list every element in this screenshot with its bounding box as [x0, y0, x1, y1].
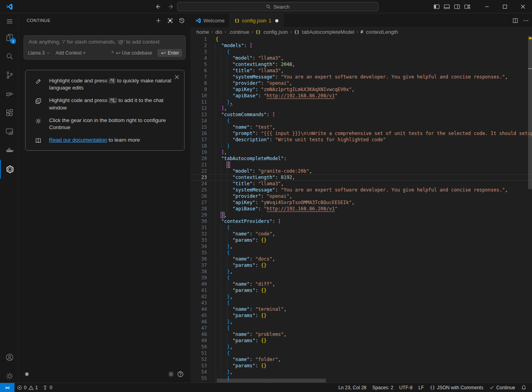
- code-line-31[interactable]: 31 {: [190, 224, 532, 231]
- scrollbar-thumb[interactable]: [528, 36, 532, 189]
- chat-input[interactable]: Ask anything, '/' for slash commands, '@…: [24, 35, 186, 60]
- notifications-bell-icon[interactable]: [519, 383, 528, 392]
- code-line-46[interactable]: 46 },: [190, 319, 532, 325]
- code-line-19[interactable]: 19 ],: [190, 149, 532, 155]
- code-line-29[interactable]: 29 },: [190, 212, 532, 218]
- code-line-25[interactable]: 25 "systemMessage": "You are an expert s…: [190, 187, 532, 193]
- sidebar-item-source-control[interactable]: [0, 66, 19, 84]
- code-line-30[interactable]: 30 "contextProviders": [: [190, 218, 532, 224]
- breadcrumb-item[interactable]: .continue: [229, 29, 249, 35]
- customize-layout-icon[interactable]: [462, 2, 472, 12]
- code-line-37[interactable]: 37 "params": {}: [190, 262, 532, 268]
- vertical-scrollbar[interactable]: [528, 36, 532, 383]
- code-line-9[interactable]: 9 "apiKey": "zmNAz1prtgILmkX3KAqXNIvwcqE…: [190, 86, 532, 93]
- menu-hamburger-icon[interactable]: [0, 14, 19, 28]
- code-line-48[interactable]: 48 "name": "problems",: [190, 331, 532, 337]
- code-line-33[interactable]: 33 "params": {}: [190, 237, 532, 243]
- code-line-14[interactable]: 14 {: [190, 118, 532, 124]
- code-line-11[interactable]: 11 },: [190, 99, 532, 105]
- code-line-32[interactable]: 32 "name": "code",: [190, 231, 532, 237]
- toggle-secondary-sidebar-icon[interactable]: [452, 2, 462, 12]
- code-line-42[interactable]: 42 },: [190, 294, 532, 300]
- code-line-15[interactable]: 15 "name": "test",: [190, 124, 532, 130]
- code-line-53[interactable]: 53 "params": {}: [190, 363, 532, 369]
- minimize-button[interactable]: [478, 0, 496, 13]
- code-line-34[interactable]: 34 },: [190, 243, 532, 250]
- code-line-26[interactable]: 26 "provider": "openai",: [190, 193, 532, 199]
- code-line-16[interactable]: 16 "prompt": "{{{ input }}}\n\nWrite a c…: [190, 130, 532, 137]
- accounts-icon[interactable]: [0, 348, 19, 366]
- sidebar-item-run-debug[interactable]: [0, 84, 19, 103]
- add-context-button[interactable]: Add Context +: [56, 50, 86, 56]
- code-line-2[interactable]: 2 "models": [: [190, 42, 532, 49]
- code-line-36[interactable]: 36 "name": "docs",: [190, 256, 532, 262]
- horizontal-scrollbar[interactable]: [190, 379, 528, 383]
- code-line-44[interactable]: 44 "name": "terminal",: [190, 306, 532, 312]
- documentation-link[interactable]: Read our documentation: [49, 137, 107, 143]
- configure-gear-icon[interactable]: [166, 369, 176, 379]
- code-line-3[interactable]: 3 {: [190, 49, 532, 55]
- code-line-38[interactable]: 38 },: [190, 268, 532, 275]
- code-line-17[interactable]: 17 "description": "Write unit tests for …: [190, 137, 532, 143]
- sidebar-item-extensions[interactable]: [0, 103, 19, 122]
- code-line-22[interactable]: 22 "model": "granite-code:20b",: [190, 168, 532, 174]
- code-line-40[interactable]: 40 "name": "diff",: [190, 281, 532, 287]
- fullscreen-frame-icon[interactable]: [166, 16, 174, 24]
- code-line-12[interactable]: 12 ],: [190, 105, 532, 111]
- code-line-1[interactable]: 1{: [190, 36, 532, 42]
- language-mode[interactable]: {} JSON with Comments: [428, 383, 485, 392]
- search-input[interactable]: Search: [177, 2, 378, 11]
- problems-indicator[interactable]: 0 1: [15, 383, 40, 392]
- code-line-51[interactable]: 51 {: [190, 350, 532, 356]
- sidebar-item-docker[interactable]: [0, 141, 19, 160]
- continue-extension-status[interactable]: Continue: [488, 383, 517, 392]
- code-line-47[interactable]: 47 {: [190, 325, 532, 331]
- code-line-7[interactable]: 7 "systemMessage": "You are an expert so…: [190, 74, 532, 80]
- sidebar-item-remote-explorer[interactable]: [0, 122, 19, 141]
- code-line-20[interactable]: 20 "tabAutocompleteModel":: [190, 155, 532, 162]
- code-line-39[interactable]: 39 {: [190, 275, 532, 281]
- dirty-indicator-dot[interactable]: [275, 19, 278, 22]
- code-line-6[interactable]: 6 "title": "llama3",: [190, 67, 532, 74]
- close-window-button[interactable]: [514, 0, 532, 13]
- split-editor-icon[interactable]: [512, 18, 518, 24]
- breadcrumb-item[interactable]: contextLength: [366, 29, 398, 35]
- close-icon[interactable]: [173, 73, 180, 80]
- code-line-10[interactable]: 10 "apiBase": "http://192.168.86.208/v1": [190, 93, 532, 99]
- cursor-position[interactable]: Ln 23, Col 28: [337, 383, 368, 392]
- breadcrumb-item[interactable]: dio: [216, 29, 222, 35]
- maximize-button[interactable]: [496, 0, 514, 13]
- encoding[interactable]: UTF-8: [398, 383, 414, 392]
- code-line-49[interactable]: 49 "params": {}: [190, 337, 532, 344]
- code-line-13[interactable]: 13 "customCommands": [: [190, 111, 532, 118]
- code-line-24[interactable]: 24 "title": "llama3",: [190, 181, 532, 187]
- ports-indicator[interactable]: 0: [40, 383, 55, 392]
- use-codebase-hint[interactable]: ^ Use codebase: [112, 50, 152, 56]
- toggle-primary-sidebar-icon[interactable]: [431, 2, 442, 12]
- tab-welcome[interactable]: Welcome: [190, 13, 230, 27]
- code-line-50[interactable]: 50 },: [190, 344, 532, 350]
- code-line-4[interactable]: 4 "model": "llama3",: [190, 55, 532, 61]
- breadcrumb-item[interactable]: home: [196, 29, 209, 35]
- code-line-54[interactable]: 54 },: [190, 369, 532, 375]
- remote-indicator[interactable]: ><: [0, 383, 15, 392]
- help-icon[interactable]: [176, 369, 185, 379]
- code-line-52[interactable]: 52 "name": "folder",: [190, 356, 532, 363]
- sidebar-item-explorer[interactable]: 1: [0, 28, 19, 47]
- code-line-35[interactable]: 35 {: [190, 250, 532, 256]
- back-arrow-icon[interactable]: [153, 2, 163, 11]
- enter-button[interactable]: Enter: [157, 49, 182, 57]
- more-actions-icon[interactable]: [523, 18, 529, 24]
- breadcrumb-item[interactable]: tabAutocompleteModel: [302, 29, 354, 35]
- forward-arrow-icon[interactable]: [166, 2, 176, 11]
- indentation[interactable]: Spaces: 2: [371, 383, 395, 392]
- sidebar-item-search[interactable]: [0, 47, 19, 66]
- breadcrumb-item[interactable]: config.json: [263, 29, 288, 35]
- code-line-41[interactable]: 41 "params": {}: [190, 287, 532, 294]
- code-line-8[interactable]: 8 "provider": "openai",: [190, 80, 532, 86]
- history-icon[interactable]: [178, 16, 186, 24]
- code-line-23[interactable]: 23 "contextLength": 8192,: [190, 174, 532, 181]
- new-session-plus-icon[interactable]: [154, 16, 162, 24]
- model-selector[interactable]: Llama 3: [28, 50, 50, 56]
- eol-sequence[interactable]: LF: [417, 383, 426, 392]
